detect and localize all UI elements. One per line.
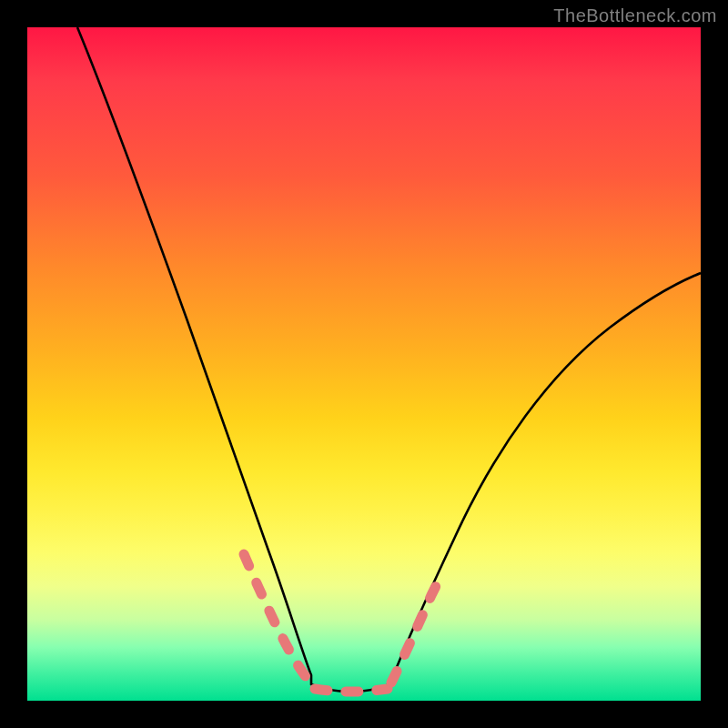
bottleneck-curve — [77, 27, 701, 692]
pink-dash-floor — [315, 689, 388, 692]
curve-layer — [27, 27, 701, 701]
watermark-text: TheBottleneck.com — [553, 5, 717, 26]
plot-area — [27, 27, 701, 701]
pink-dash-right — [391, 581, 439, 682]
pink-dash-left — [244, 554, 313, 686]
chart-frame: TheBottleneck.com — [0, 0, 728, 728]
